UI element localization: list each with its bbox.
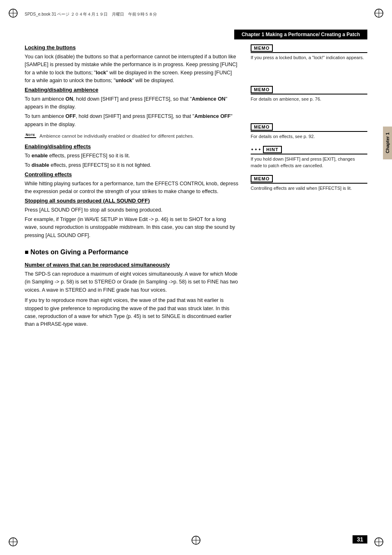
section-notes-performance: ■ Notes on Giving a Performance Number o… bbox=[25, 249, 238, 329]
waves-para2: If you try to reproduce more than eight … bbox=[25, 297, 238, 329]
corner-mark-bl bbox=[7, 536, 19, 548]
section-locking: Locking the buttons You can lock (disabl… bbox=[25, 44, 238, 85]
chapter-title: Chapter 1 Making a Performance/ Creating… bbox=[234, 30, 367, 39]
chapter-tab: Chapter 1 bbox=[383, 127, 392, 159]
stopping-para2: For example, if Trigger (in WAVE SETUP i… bbox=[25, 216, 238, 240]
section-heading-effects: Enabling/disabling effects bbox=[25, 143, 238, 150]
hint-box-1: ✦✦✦ HINT If you hold down [SHIFT] and pr… bbox=[251, 146, 367, 169]
hint-label-1: ✦✦✦ HINT bbox=[251, 146, 367, 154]
corner-mark-tr bbox=[373, 7, 385, 19]
effects-para2: To disable effects, press [EFFECTS] so i… bbox=[25, 161, 238, 169]
corner-mark-br bbox=[373, 536, 385, 548]
section-heading-ambience: Enabling/disabling ambience bbox=[25, 87, 238, 93]
stopping-para1: Press [ALL SOUND OFF] to stop all sounds… bbox=[25, 206, 238, 214]
locking-body: You can lock (disable) the buttons so th… bbox=[25, 53, 238, 85]
major-heading-performance: ■ Notes on Giving a Performance bbox=[25, 249, 238, 256]
memo-box-1: MEMO If you press a locked button, a "lo… bbox=[251, 44, 367, 61]
note-box-ambience: NOTE Ambience cannot be individually ena… bbox=[25, 133, 238, 139]
section-ambience: Enabling/disabling ambience To turn ambi… bbox=[25, 87, 238, 140]
bottom-center-mark bbox=[190, 534, 202, 548]
section-effects: Enabling/disabling effects To enable eff… bbox=[25, 143, 238, 170]
note-icon: NOTE bbox=[25, 133, 36, 138]
hint-label-line-1 bbox=[251, 154, 367, 154]
memo-label-1: MEMO bbox=[251, 44, 367, 53]
corner-mark-tl bbox=[7, 7, 19, 19]
memo-label-text-3: MEMO bbox=[251, 123, 273, 131]
page-number: 31 bbox=[353, 535, 367, 543]
sub-heading-waves: Number of waves that can be reproduced s… bbox=[25, 262, 238, 268]
memo-label-line-3 bbox=[251, 131, 367, 132]
memo-label-3: MEMO bbox=[251, 123, 367, 132]
section-controlling: Controlling effects While hitting playin… bbox=[25, 171, 238, 196]
waves-para1: The SPD-S can reproduce a maximum of eig… bbox=[25, 270, 238, 294]
chapter-header: Chapter 1 Making a Performance/ Creating… bbox=[25, 30, 367, 39]
ambience-para1: To turn ambience ON, hold down [SHIFT] a… bbox=[25, 95, 238, 111]
main-column: Locking the buttons You can lock (disabl… bbox=[25, 44, 247, 530]
note-line bbox=[25, 137, 36, 138]
memo-label-2: MEMO bbox=[251, 86, 367, 94]
sidebar-column: MEMO If you press a locked button, a "lo… bbox=[247, 44, 367, 530]
file-meta: SPDS_e.book 31 ページ ２０４年４月１９日 月曜日 午前９時５８分 bbox=[25, 12, 157, 17]
section-stopping: Stopping all sounds produced (ALL SOUND … bbox=[25, 198, 238, 240]
memo-content-2: For details on ambience, see p. 76. bbox=[251, 96, 367, 103]
memo-content-1: If you press a locked button, a "lock!" … bbox=[251, 55, 367, 61]
content-area: Locking the buttons You can lock (disabl… bbox=[25, 44, 367, 530]
memo-label-line-2 bbox=[251, 94, 367, 94]
note-text-ambience: Ambience cannot be individually enabled … bbox=[39, 133, 194, 139]
page: SPDS_e.book 31 ページ ２０４年４月１９日 月曜日 午前９時５８分… bbox=[0, 0, 392, 555]
section-heading-locking: Locking the buttons bbox=[25, 44, 238, 51]
memo-label-line-4 bbox=[251, 183, 367, 184]
controlling-body: While hitting playing surfaces for a per… bbox=[25, 180, 238, 196]
memo-label-line-1 bbox=[251, 52, 367, 53]
memo-label-text-4: MEMO bbox=[251, 175, 273, 182]
memo-content-3: For details on effects, see p. 92. bbox=[251, 134, 367, 140]
hint-label-text-1: HINT bbox=[263, 146, 282, 153]
memo-label-text-2: MEMO bbox=[251, 86, 273, 93]
memo-box-4: MEMO Controlling effects are valid when … bbox=[251, 175, 367, 192]
memo-box-3: MEMO For details on effects, see p. 92. bbox=[251, 123, 367, 140]
section-heading-stopping: Stopping all sounds produced (ALL SOUND … bbox=[25, 198, 238, 204]
effects-para1: To enable effects, press [EFFECTS] so it… bbox=[25, 152, 238, 160]
memo-label-4: MEMO bbox=[251, 175, 367, 184]
memo-label-text-1: MEMO bbox=[251, 44, 273, 52]
ambience-para2: To turn ambience OFF, hold down [SHIFT] … bbox=[25, 113, 238, 129]
section-heading-controlling: Controlling effects bbox=[25, 171, 238, 177]
hint-content-1: If you hold down [SHIFT] and press [EXIT… bbox=[251, 156, 367, 169]
memo-box-2: MEMO For details on ambience, see p. 76. bbox=[251, 86, 367, 103]
note-label: NOTE bbox=[26, 133, 35, 137]
memo-content-4: Controlling effects are valid when [EFFE… bbox=[251, 185, 367, 192]
